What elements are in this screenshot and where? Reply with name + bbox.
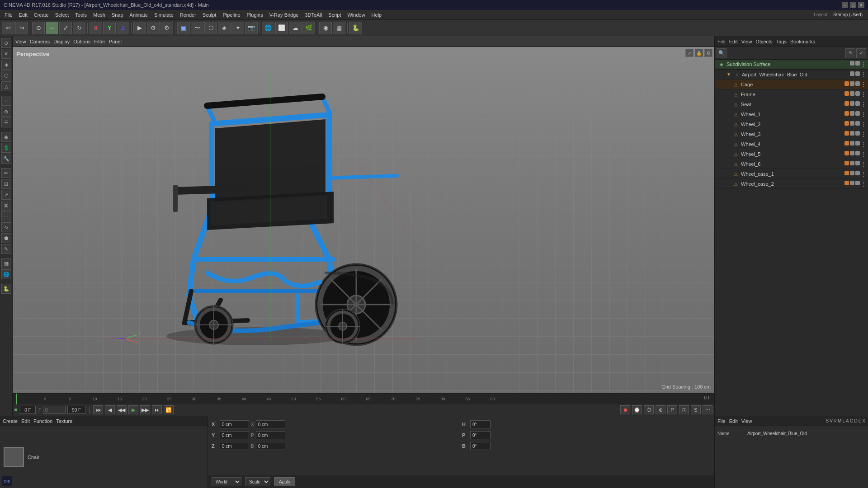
obj-wheel-3[interactable]: △ Wheel_3 ⋮ <box>715 129 868 139</box>
menu-file[interactable]: File <box>2 11 15 19</box>
undo-button[interactable]: ↩ <box>2 22 14 34</box>
w5-dot-1[interactable] <box>844 151 849 155</box>
tool-7[interactable]: ⊕ <box>1 107 11 117</box>
move-button[interactable]: ↔ <box>46 22 58 34</box>
obj-frame[interactable]: △ Frame ⋮ <box>715 89 868 99</box>
menu-tools[interactable]: Tools <box>72 11 90 19</box>
seat-dot-3[interactable] <box>855 101 860 106</box>
timeline-end-frame[interactable] <box>67 406 85 414</box>
minimize-button[interactable]: − <box>842 2 848 8</box>
br-icon-s[interactable]: S <box>826 418 829 423</box>
timeline-first-frame[interactable]: ⏮ <box>93 405 103 414</box>
br-menu-edit[interactable]: Edit <box>729 418 738 424</box>
sky-button[interactable]: ☁ <box>289 22 302 34</box>
tool-13[interactable]: ⊞ <box>1 179 11 189</box>
br-icon-e[interactable]: E <box>859 418 862 423</box>
tool-5[interactable]: △ <box>1 81 11 91</box>
scene-button[interactable]: 🌐 <box>262 22 274 34</box>
python-button[interactable]: 🐍 <box>349 22 362 34</box>
vp-menu-filter[interactable]: Filter <box>94 39 105 44</box>
frame-dot-3[interactable] <box>855 91 860 96</box>
timeline-rot-key[interactable]: R <box>679 405 689 414</box>
tool-9[interactable]: ◉ <box>1 132 11 142</box>
b-rotation-input[interactable] <box>470 442 491 450</box>
w3-dot-3[interactable] <box>855 131 860 136</box>
tool-16[interactable]: ⋯ <box>1 211 11 221</box>
timeline-fast-forward[interactable]: ▶▶ <box>140 405 150 414</box>
w1-dot-2[interactable] <box>850 111 854 116</box>
p-rotation-input[interactable] <box>470 431 491 439</box>
redo-button[interactable]: ↪ <box>15 22 28 34</box>
mat-menu-edit[interactable]: Edit <box>21 418 30 424</box>
timeline-add-keyframe[interactable]: ⌚ <box>632 405 642 414</box>
w6-dot-2[interactable] <box>850 161 854 165</box>
tool-11[interactable]: 🔧 <box>1 154 11 164</box>
cage-dot-3[interactable] <box>855 81 860 86</box>
tool-10[interactable]: 💲 <box>1 143 11 153</box>
material-swatch[interactable] <box>4 447 24 467</box>
wc2-dot-2[interactable] <box>850 181 854 185</box>
cube-button[interactable]: ▣ <box>177 22 190 34</box>
obj-menu-tags[interactable]: Tags <box>776 39 787 44</box>
scale-button[interactable]: ⤢ <box>59 22 72 34</box>
rotate-button[interactable]: ↻ <box>73 22 85 34</box>
w1-dot-1[interactable] <box>844 111 849 116</box>
coord-system-select[interactable]: World Object Camera <box>212 477 241 486</box>
wc1-dot-3[interactable] <box>855 171 860 175</box>
obj-wheel-2[interactable]: △ Wheel_2 ⋮ <box>715 119 868 129</box>
render-active-button[interactable]: ⚙ <box>147 22 160 34</box>
br-icon-x[interactable]: X <box>862 418 865 423</box>
vp-menu-panel[interactable]: Panel <box>109 39 122 44</box>
obj-search-icon[interactable]: 🔍 <box>717 48 726 58</box>
tool-19[interactable]: ✎ <box>1 244 11 254</box>
menu-3dtoall[interactable]: 3DToAll <box>302 11 325 19</box>
br-icon-a[interactable]: A <box>846 418 849 423</box>
tool-3[interactable]: ◈ <box>1 60 11 70</box>
obj-wheel-5[interactable]: △ Wheel_5 ⋮ <box>715 149 868 159</box>
maximize-button[interactable]: □ <box>850 2 856 8</box>
w2-dot-3[interactable] <box>855 121 860 126</box>
menu-sculpt[interactable]: Sculpt <box>200 11 219 19</box>
mat-menu-create[interactable]: Create <box>3 418 18 424</box>
obj-menu-objects[interactable]: Objects <box>755 39 772 44</box>
w2-dot-2[interactable] <box>850 121 854 126</box>
vis-dot-1[interactable] <box>850 61 854 66</box>
cage-dot-2[interactable] <box>850 81 854 86</box>
scale-mode-select[interactable]: Scale Size <box>245 477 270 486</box>
obj-menu-view[interactable]: View <box>741 39 752 44</box>
timeline-scale-key[interactable]: S <box>691 405 701 414</box>
tool-21[interactable]: 🌐 <box>1 269 11 279</box>
br-menu-file[interactable]: File <box>717 418 726 424</box>
particle-button[interactable]: ✦ <box>231 22 244 34</box>
tool-4[interactable]: ⬡ <box>1 70 11 80</box>
vp-menu-view[interactable]: View <box>15 39 26 44</box>
z-size-input[interactable] <box>256 442 285 450</box>
viewport-settings-icon[interactable]: ⚙ <box>704 49 712 57</box>
tool-15[interactable]: ⌘ <box>1 201 11 211</box>
seat-dot-1[interactable] <box>844 101 849 106</box>
w3-dot-2[interactable] <box>850 131 854 136</box>
menu-vray[interactable]: V-Ray Bridge <box>267 11 302 19</box>
timeline-pos-key[interactable]: P <box>667 405 677 414</box>
wc2-dot-3[interactable] <box>855 181 860 185</box>
w3-dot-1[interactable] <box>844 131 849 136</box>
y-position-input[interactable] <box>220 431 249 439</box>
frame-dot-2[interactable] <box>850 91 854 96</box>
obj-subdivision-surface[interactable]: ◈ Subdivision Surface ⋮ <box>715 60 868 70</box>
obj-wheel-6[interactable]: △ Wheel_6 ⋮ <box>715 159 868 169</box>
w4-dot-3[interactable] <box>855 141 860 145</box>
live-selection-button[interactable]: ⊙ <box>32 22 45 34</box>
timeline-motion-clip[interactable]: ⊕ <box>656 405 665 414</box>
w1-dot-3[interactable] <box>855 111 860 116</box>
w2-dot-1[interactable] <box>844 121 849 126</box>
br-icon-m[interactable]: M <box>838 418 841 423</box>
z-axis-button[interactable]: Z <box>117 22 129 34</box>
camera-button[interactable]: 📷 <box>245 22 258 34</box>
obj-menu-edit[interactable]: Edit <box>729 39 738 44</box>
menu-script[interactable]: Script <box>326 11 344 19</box>
w5-dot-3[interactable] <box>855 151 860 155</box>
tool-6[interactable]: ⟋ <box>1 96 11 106</box>
vp-menu-display[interactable]: Display <box>53 39 70 44</box>
x-axis-button[interactable]: X <box>90 22 102 34</box>
obj-menu-bookmarks[interactable]: Bookmarks <box>790 39 815 44</box>
